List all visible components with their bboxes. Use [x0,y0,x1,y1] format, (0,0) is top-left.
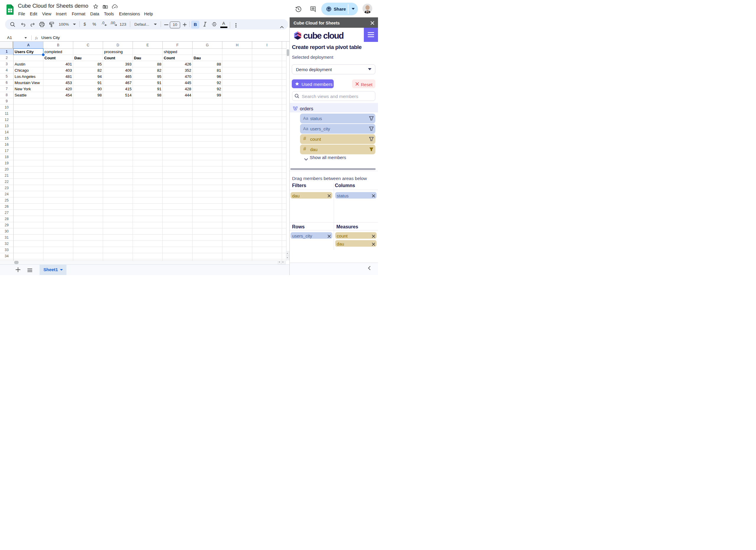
svg-text:fx: fx [35,36,38,40]
svg-text:.0: .0 [101,21,105,25]
svg-text:.00: .00 [110,21,115,25]
